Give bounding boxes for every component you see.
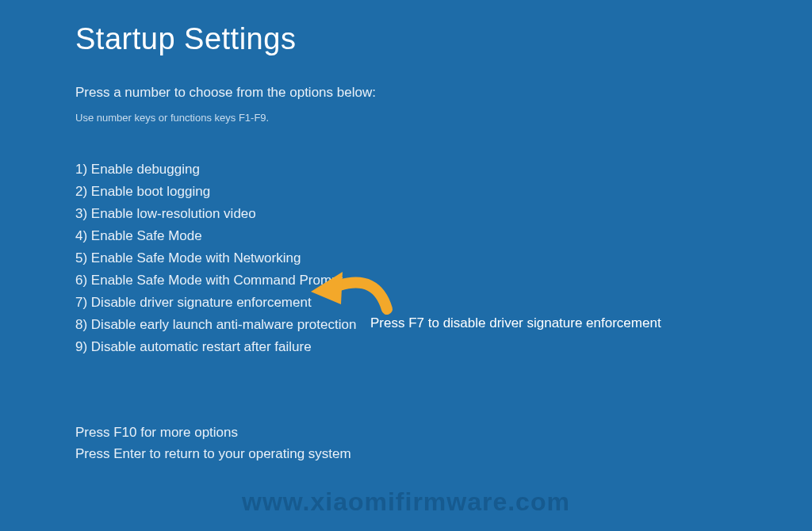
footer-enter: Press Enter to return to your operating … (75, 443, 351, 464)
option-safe-mode-command[interactable]: 6) Enable Safe Mode with Command Prompt (75, 269, 737, 292)
option-safe-mode-networking[interactable]: 5) Enable Safe Mode with Networking (75, 247, 737, 269)
hint-text: Use number keys or functions keys F1-F9. (75, 112, 737, 124)
option-disable-driver-signature[interactable]: 7) Disable driver signature enforcement (75, 292, 737, 314)
page-title: Startup Settings (75, 22, 737, 56)
instruction-text: Press a number to choose from the option… (75, 85, 737, 101)
option-boot-logging[interactable]: 2) Enable boot logging (75, 181, 737, 203)
watermark-text: www.xiaomifirmware.com (242, 487, 570, 517)
arrow-icon (309, 260, 396, 319)
option-disable-auto-restart[interactable]: 9) Disable automatic restart after failu… (75, 336, 737, 358)
annotation-text: Press F7 to disable driver signature enf… (370, 315, 661, 331)
option-safe-mode[interactable]: 4) Enable Safe Mode (75, 225, 737, 247)
footer-instructions: Press F10 for more options Press Enter t… (75, 422, 351, 464)
option-low-resolution[interactable]: 3) Enable low-resolution video (75, 203, 737, 225)
footer-f10: Press F10 for more options (75, 422, 351, 443)
option-debugging[interactable]: 1) Enable debugging (75, 159, 737, 181)
